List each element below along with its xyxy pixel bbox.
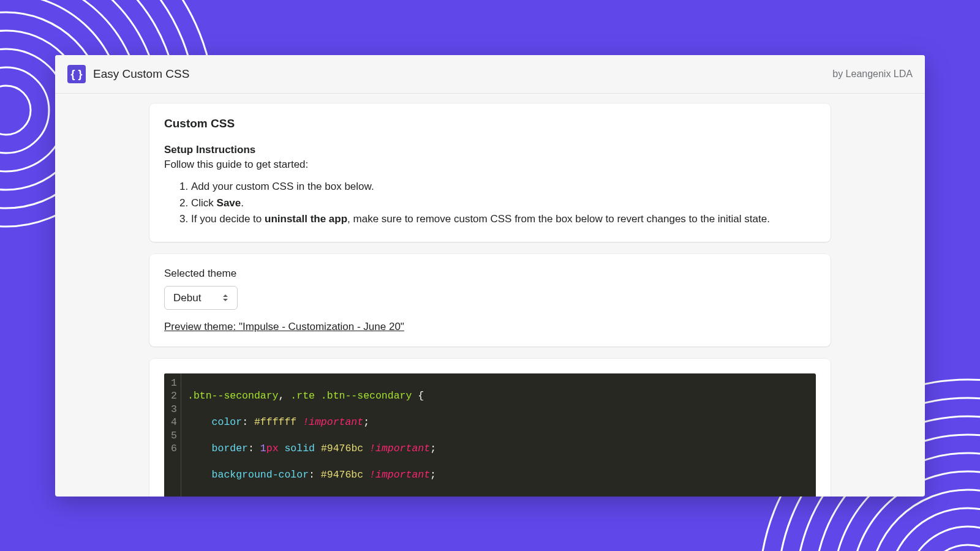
svg-point-15: [870, 490, 980, 551]
css-editor[interactable]: 1 2 3 4 5 6 .btn--secondary, .rte .btn--…: [164, 373, 816, 497]
instructions-title: Custom CSS: [164, 117, 816, 130]
instructions-card: Custom CSS Setup Instructions Follow thi…: [149, 103, 831, 242]
svg-point-13: [907, 527, 980, 551]
setup-step-3: If you decide to uninstall the app, make…: [191, 212, 816, 227]
app-title: Easy Custom CSS: [93, 67, 189, 81]
svg-point-12: [925, 545, 980, 551]
app-frame: { } Easy Custom CSS by Leangenix LDA Cus…: [55, 55, 925, 497]
theme-select[interactable]: Debut: [164, 286, 238, 310]
editor-code-area[interactable]: .btn--secondary, .rte .btn--secondary { …: [181, 373, 816, 497]
app-byline: by Leangenix LDA: [832, 69, 913, 80]
selected-theme-label: Selected theme: [164, 268, 816, 280]
editor-gutter: 1 2 3 4 5 6: [164, 373, 181, 497]
app-header: { } Easy Custom CSS by Leangenix LDA: [55, 55, 925, 94]
css-editor-card: 1 2 3 4 5 6 .btn--secondary, .rte .btn--…: [149, 359, 831, 497]
setup-step-2: Click Save.: [191, 196, 816, 211]
svg-point-0: [0, 86, 31, 135]
svg-point-1: [0, 67, 49, 153]
setup-instructions-lead: Follow this guide to get started:: [164, 159, 816, 171]
app-logo-icon: { }: [67, 65, 86, 83]
setup-steps-list: Add your custom CSS in the box below. Cl…: [164, 179, 816, 227]
theme-selector-card: Selected theme Debut Preview theme: "Imp…: [149, 254, 831, 347]
setup-instructions-heading: Setup Instructions: [164, 144, 816, 156]
setup-step-1: Add your custom CSS in the box below.: [191, 179, 816, 195]
theme-select-wrap: Debut: [164, 286, 238, 310]
svg-point-14: [888, 508, 980, 551]
preview-theme-link[interactable]: Preview theme: "Impulse - Customization …: [164, 321, 404, 333]
